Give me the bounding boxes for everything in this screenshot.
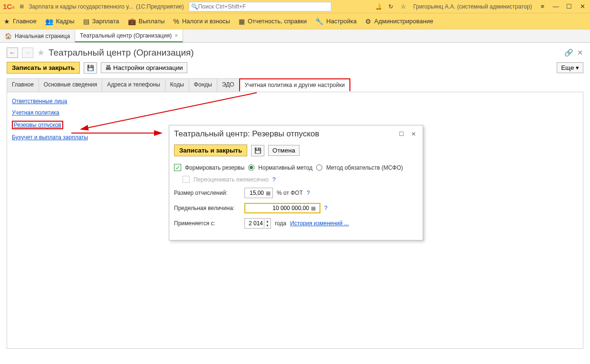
tab-label: Театральный центр (Организация) <box>80 32 172 39</box>
close-page-icon[interactable]: ✕ <box>577 48 583 57</box>
dialog-header: Театральный центр: Резервы отпусков ☐ ✕ <box>169 125 423 143</box>
spin-down-icon[interactable]: ▼ <box>264 223 271 228</box>
star-icon[interactable]: ☆ <box>399 3 407 10</box>
save-close-button[interactable]: Записать и закрыть <box>7 62 80 74</box>
toolbar-reports[interactable]: ▦Отчетность, справки <box>239 18 307 25</box>
tab-organization[interactable]: Театральный центр (Организация) × <box>75 29 183 42</box>
main-toolbar: ★Главное 👥Кадры ▤Зарплата 💼Выплаты %Нало… <box>0 13 590 29</box>
logo-1c: 1C≡ <box>3 2 15 10</box>
dialog-maximize-icon[interactable]: ☐ <box>397 131 406 137</box>
inner-tab-addresses[interactable]: Адреса и телефоны <box>102 78 165 92</box>
people-icon: 👥 <box>45 18 53 25</box>
input-limit-field[interactable] <box>246 205 310 211</box>
report-icon: ▦ <box>239 18 245 25</box>
nav-back-button[interactable]: ← <box>7 48 18 58</box>
platform-label: (1С:Предприятие) <box>136 3 184 10</box>
label-deductions: Размер отчислений: <box>174 190 241 196</box>
input-limit[interactable]: ▦ <box>244 203 320 213</box>
button-label: Настройки организации <box>113 64 183 71</box>
link-policy[interactable]: Учетная политика <box>12 109 578 116</box>
dialog-save-close-button[interactable]: Записать и закрыть <box>174 144 247 156</box>
history-icon[interactable]: ↻ <box>387 3 395 10</box>
tab-home[interactable]: 🏠 Начальная страница <box>0 29 75 42</box>
toolbar-taxes[interactable]: %Налоги и взносы <box>173 18 230 25</box>
home-icon: 🏠 <box>5 33 12 39</box>
star-icon: ★ <box>4 18 10 25</box>
search-icon: 🔍 <box>191 3 198 10</box>
user-name[interactable]: Григорьянц А.А. (системный администратор… <box>411 3 534 10</box>
radio-msfo[interactable] <box>316 164 322 171</box>
inner-tab-general[interactable]: Основные сведения <box>39 78 102 92</box>
toolbar-label: Зарплата <box>92 18 119 25</box>
link-history[interactable]: История изменений ... <box>290 220 349 227</box>
toolbar-payments[interactable]: 💼Выплаты <box>128 18 165 25</box>
toolbar-personnel[interactable]: 👥Кадры <box>45 18 75 25</box>
toolbar-label: Выплаты <box>139 18 165 25</box>
print-icon: 🖶 <box>105 64 111 71</box>
toolbar-settings[interactable]: 🔧Настройка <box>315 18 357 25</box>
label-form-reserves: Формировать резервы <box>185 164 244 171</box>
dialog-cancel-button[interactable]: Отмена <box>268 145 300 156</box>
toolbar-label: Налоги и взносы <box>182 18 230 25</box>
inner-tab-funds[interactable]: Фонды <box>189 78 217 92</box>
titlebar: 1C≡ ≡ Зарплата и кадры государственного … <box>0 0 590 13</box>
input-year[interactable]: ▲▼ <box>244 218 271 229</box>
dropdown-icon[interactable]: ≡ <box>538 3 547 10</box>
help-deduct-icon[interactable]: ? <box>307 190 310 196</box>
hamburger-icon[interactable]: ≡ <box>18 2 26 11</box>
toolbar-label: Кадры <box>56 18 75 25</box>
checkbox-form-reserves[interactable]: ✓ <box>174 164 181 171</box>
help-reeval-icon[interactable]: ? <box>272 176 276 183</box>
toolbar-main[interactable]: ★Главное <box>4 18 37 25</box>
calculator-icon[interactable]: ▦ <box>265 190 271 196</box>
button-label: Еще <box>561 64 574 71</box>
more-button[interactable]: Еще ▾ <box>557 62 583 73</box>
minimize-icon[interactable]: — <box>551 3 561 10</box>
link-reserves[interactable]: Резервы отпусков <box>12 121 63 129</box>
radio-normative[interactable] <box>248 164 254 171</box>
search-box[interactable]: 🔍 <box>189 2 331 11</box>
app-title: Зарплата и кадры государственного у... <box>29 3 133 10</box>
label-year-word: года <box>275 220 286 227</box>
label-limit: Предельная величина: <box>174 205 241 211</box>
bell-icon[interactable]: 🔔 <box>374 3 383 10</box>
search-input[interactable] <box>198 3 329 10</box>
link-icon[interactable]: 🔗 <box>564 48 573 57</box>
actions-bar: Записать и закрыть 💾 🖶Настройки организа… <box>7 62 583 74</box>
toolbar-label: Главное <box>13 18 37 25</box>
gear-icon: ⚙ <box>365 18 371 25</box>
input-deductions[interactable]: ▦ <box>244 188 273 198</box>
inner-tab-codes[interactable]: Коды <box>165 78 189 92</box>
spin-up-icon[interactable]: ▲ <box>264 219 271 223</box>
favorite-star-icon[interactable]: ★ <box>37 48 45 58</box>
help-limit-icon[interactable]: ? <box>324 205 328 211</box>
tab-close-icon[interactable]: × <box>174 32 178 39</box>
dialog-body: ✓ Формировать резервы Нормативный метод … <box>169 161 423 240</box>
tabs-row: 🏠 Начальная страница Театральный центр (… <box>0 29 590 43</box>
input-year-field[interactable] <box>245 220 264 227</box>
toolbar-admin[interactable]: ⚙Администрирование <box>365 18 433 25</box>
inner-tabs: Главное Основные сведения Адреса и телеф… <box>7 78 583 92</box>
nav-forward-button[interactable]: → <box>22 48 33 58</box>
close-icon[interactable]: ✕ <box>578 3 587 10</box>
briefcase-icon: 💼 <box>128 18 136 25</box>
page-title: Театральный центр (Организация) <box>48 48 194 58</box>
save-button[interactable]: 💾 <box>84 62 97 74</box>
dialog-title: Театральный центр: Резервы отпусков <box>174 129 393 139</box>
calculator-icon[interactable]: ▦ <box>310 205 317 211</box>
inner-tab-policy[interactable]: Учетная политика и другие настройки <box>239 78 351 92</box>
label-applies: Применяется с: <box>174 220 241 227</box>
label-deduct-suffix: % от ФОТ <box>277 190 303 196</box>
inner-tab-edo[interactable]: ЭДО <box>217 78 240 92</box>
org-settings-button[interactable]: 🖶Настройки организации <box>101 62 187 73</box>
toolbar-salary[interactable]: ▤Зарплата <box>83 18 119 25</box>
link-responsible[interactable]: Ответственные лица <box>12 98 578 105</box>
dialog-save-button[interactable]: 💾 <box>251 145 264 156</box>
inner-tab-main[interactable]: Главное <box>7 78 39 92</box>
maximize-icon[interactable]: ☐ <box>564 3 574 10</box>
input-deductions-field[interactable] <box>246 190 265 196</box>
checkbox-reeval <box>183 176 190 183</box>
dialog-close-icon[interactable]: ✕ <box>409 131 418 137</box>
wrench-icon: 🔧 <box>315 18 323 25</box>
toolbar-label: Администрирование <box>374 18 433 25</box>
